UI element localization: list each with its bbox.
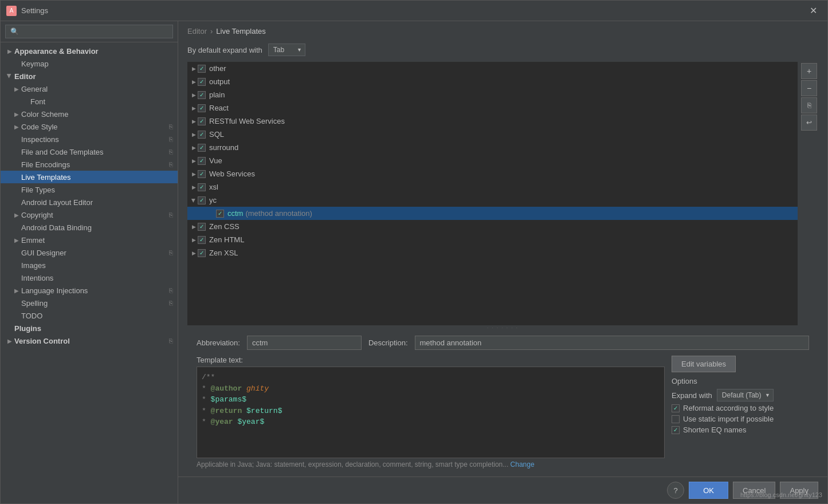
- ok-button[interactable]: OK: [689, 482, 728, 499]
- help-button[interactable]: ?: [667, 482, 684, 499]
- expand-arrow-icon: [12, 172, 21, 182]
- sidebar-item-general[interactable]: ▶ General: [1, 82, 178, 95]
- group-arrow-icon: ▶: [190, 223, 198, 231]
- group-checkbox[interactable]: [198, 144, 206, 152]
- sidebar-item-label: Intentions: [21, 274, 173, 282]
- main-panel: Editor › Live Templates By default expan…: [178, 21, 827, 503]
- sidebar-item-plugins[interactable]: Plugins: [1, 322, 178, 334]
- sidebar-item-appearance[interactable]: ▶ Appearance & Behavior: [1, 45, 178, 57]
- group-checkbox[interactable]: [198, 223, 206, 231]
- search-input[interactable]: [5, 25, 173, 38]
- item-abbreviation: cctm: [227, 209, 243, 218]
- group-checkbox[interactable]: [198, 236, 206, 244]
- group-checkbox[interactable]: [198, 183, 206, 191]
- group-arrow-icon: ▶: [190, 249, 198, 257]
- template-group-vue[interactable]: ▶ Vue: [187, 154, 798, 167]
- group-arrow-icon: ▶: [190, 183, 198, 191]
- sidebar-item-gui-designer[interactable]: GUI Designer ⎘: [1, 246, 178, 259]
- sidebar-item-language-injections[interactable]: ▶ Language Injections ⎘: [1, 284, 178, 297]
- template-group-plain[interactable]: ▶ plain: [187, 88, 798, 101]
- reformat-checkbox[interactable]: [672, 404, 680, 412]
- sidebar-item-keymap[interactable]: Keymap: [1, 57, 178, 70]
- group-checkbox[interactable]: [198, 78, 206, 86]
- copy-icon: ⎘: [169, 300, 173, 306]
- sidebar-item-android-layout-editor[interactable]: Android Layout Editor: [1, 196, 178, 208]
- sidebar-item-spelling[interactable]: Spelling ⎘: [1, 297, 178, 309]
- group-checkbox[interactable]: [198, 170, 206, 178]
- expand-arrow-icon: [12, 160, 21, 169]
- expand-bar: By default expand with Tab Enter Space: [178, 40, 827, 62]
- copy-icon: ⎘: [169, 287, 173, 294]
- sidebar-item-color-scheme[interactable]: ▶ Color Scheme: [1, 108, 178, 120]
- group-checkbox[interactable]: [198, 65, 206, 73]
- sidebar-item-version-control[interactable]: ▶ Version Control ⎘: [1, 334, 178, 347]
- sidebar-item-file-encodings[interactable]: File Encodings ⎘: [1, 158, 178, 171]
- sidebar-item-intentions[interactable]: Intentions: [1, 271, 178, 284]
- group-checkbox[interactable]: [198, 91, 206, 99]
- close-button[interactable]: ✕: [805, 3, 822, 18]
- group-checkbox[interactable]: [198, 196, 206, 204]
- sidebar-item-code-style[interactable]: ▶ Code Style ⎘: [1, 120, 178, 133]
- template-item-cctm[interactable]: cctm (method annotation): [187, 207, 798, 220]
- copy-icon: ⎘: [169, 148, 173, 155]
- item-checkbox[interactable]: [216, 210, 224, 218]
- item-description: (method annotation): [245, 209, 312, 218]
- template-group-output[interactable]: ▶ output: [187, 75, 798, 88]
- sidebar-item-inspections[interactable]: Inspections ⎘: [1, 133, 178, 145]
- group-checkbox[interactable]: [198, 117, 206, 125]
- group-arrow-icon: ▶: [190, 170, 198, 178]
- change-applicable-link[interactable]: Change: [511, 460, 535, 468]
- copy-icon: ⎘: [169, 136, 173, 143]
- group-arrow-icon: [208, 210, 216, 218]
- template-group-zen-css[interactable]: ▶ Zen CSS: [187, 220, 798, 233]
- expand-arrow-icon: [12, 185, 21, 194]
- template-text-editor[interactable]: /** * @author ghity * $params$ * @return…: [197, 367, 665, 458]
- expand-select[interactable]: Tab Enter Space: [268, 44, 305, 56]
- sidebar-item-file-code-templates[interactable]: File and Code Templates ⎘: [1, 145, 178, 158]
- templates-list: ▶ other ▶ output ▶: [187, 62, 798, 325]
- remove-template-button[interactable]: −: [801, 80, 817, 96]
- sidebar-item-label: Code Style: [21, 123, 167, 131]
- sidebar-item-copyright[interactable]: ▶ Copyright ⎘: [1, 208, 178, 221]
- template-group-sql[interactable]: ▶ SQL: [187, 128, 798, 141]
- expand-with-select[interactable]: Default (Tab) Tab Enter Space: [717, 389, 774, 401]
- description-input[interactable]: [415, 336, 809, 350]
- template-group-yc[interactable]: ▶ yc: [187, 194, 798, 207]
- template-group-other[interactable]: ▶ other: [187, 62, 798, 75]
- restore-template-button[interactable]: ↩: [801, 115, 817, 131]
- edit-variables-button[interactable]: Edit variables: [672, 356, 736, 372]
- sidebar-item-todo[interactable]: TODO: [1, 309, 178, 322]
- detail-fields-row: Abbreviation: Description:: [197, 336, 809, 350]
- template-group-web-services[interactable]: ▶ Web Services: [187, 167, 798, 180]
- resize-handle[interactable]: · · · · · · ·: [187, 325, 818, 330]
- applicable-text: Applicable in Java; Java: statement, exp…: [197, 460, 508, 468]
- sidebar-item-live-templates[interactable]: Live Templates: [1, 171, 178, 183]
- sidebar-item-editor[interactable]: ▶ Editor: [1, 70, 178, 82]
- options-title: Options: [672, 377, 809, 385]
- group-arrow-icon: ▶: [190, 144, 198, 152]
- template-group-react[interactable]: ▶ React: [187, 101, 798, 115]
- group-checkbox[interactable]: [198, 249, 206, 257]
- sidebar-item-file-types[interactable]: File Types: [1, 183, 178, 196]
- shorten-eq-checkbox[interactable]: [672, 426, 680, 434]
- group-checkbox[interactable]: [198, 131, 206, 139]
- group-checkbox[interactable]: [198, 157, 206, 165]
- template-text-section: Template text: /** * @author ghity * $pa…: [197, 356, 665, 458]
- sidebar-item-images[interactable]: Images: [1, 259, 178, 271]
- group-arrow-icon: ▶: [190, 196, 198, 204]
- sidebar-item-font[interactable]: Font: [1, 95, 178, 108]
- sidebar-item-android-data-binding[interactable]: Android Data Binding: [1, 221, 178, 234]
- add-template-button[interactable]: +: [801, 63, 817, 79]
- sidebar-item-label: Color Scheme: [21, 110, 173, 119]
- copy-template-button[interactable]: ⎘: [801, 97, 817, 113]
- static-import-checkbox[interactable]: [672, 415, 680, 423]
- template-group-zen-html[interactable]: ▶ Zen HTML: [187, 233, 798, 246]
- group-name: Web Services: [209, 170, 255, 178]
- template-group-surround[interactable]: ▶ surround: [187, 141, 798, 154]
- group-checkbox[interactable]: [198, 104, 206, 112]
- abbreviation-input[interactable]: [247, 336, 362, 350]
- template-group-xsl[interactable]: ▶ xsl: [187, 180, 798, 194]
- template-group-restful[interactable]: ▶ RESTful Web Services: [187, 115, 798, 128]
- template-group-zen-xsl[interactable]: ▶ Zen XSL: [187, 246, 798, 259]
- sidebar-item-emmet[interactable]: ▶ Emmet: [1, 234, 178, 246]
